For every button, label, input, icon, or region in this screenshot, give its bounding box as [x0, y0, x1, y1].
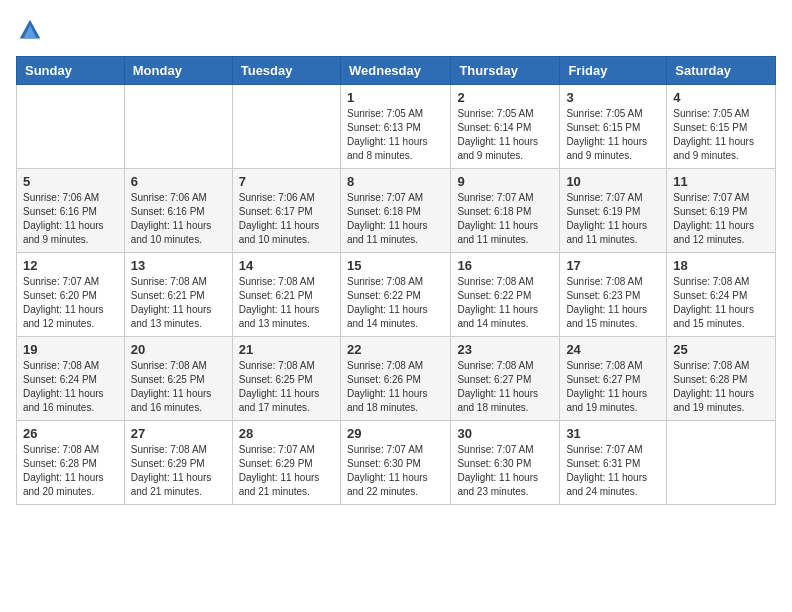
- day-info: Sunrise: 7:08 AM Sunset: 6:22 PM Dayligh…: [347, 275, 444, 331]
- day-info: Sunrise: 7:07 AM Sunset: 6:31 PM Dayligh…: [566, 443, 660, 499]
- day-number: 27: [131, 426, 226, 441]
- calendar-cell: [17, 85, 125, 169]
- day-number: 13: [131, 258, 226, 273]
- day-info: Sunrise: 7:07 AM Sunset: 6:19 PM Dayligh…: [566, 191, 660, 247]
- calendar-cell: [124, 85, 232, 169]
- day-number: 23: [457, 342, 553, 357]
- calendar-cell: 30Sunrise: 7:07 AM Sunset: 6:30 PM Dayli…: [451, 421, 560, 505]
- day-of-week-header: Tuesday: [232, 57, 340, 85]
- day-info: Sunrise: 7:08 AM Sunset: 6:25 PM Dayligh…: [239, 359, 334, 415]
- calendar-week-row: 19Sunrise: 7:08 AM Sunset: 6:24 PM Dayli…: [17, 337, 776, 421]
- day-info: Sunrise: 7:08 AM Sunset: 6:26 PM Dayligh…: [347, 359, 444, 415]
- calendar-cell: 3Sunrise: 7:05 AM Sunset: 6:15 PM Daylig…: [560, 85, 667, 169]
- day-info: Sunrise: 7:08 AM Sunset: 6:23 PM Dayligh…: [566, 275, 660, 331]
- day-info: Sunrise: 7:08 AM Sunset: 6:27 PM Dayligh…: [566, 359, 660, 415]
- day-number: 9: [457, 174, 553, 189]
- day-number: 6: [131, 174, 226, 189]
- day-of-week-header: Wednesday: [340, 57, 450, 85]
- day-number: 22: [347, 342, 444, 357]
- day-info: Sunrise: 7:05 AM Sunset: 6:15 PM Dayligh…: [566, 107, 660, 163]
- day-number: 31: [566, 426, 660, 441]
- calendar-cell: [232, 85, 340, 169]
- calendar-cell: 28Sunrise: 7:07 AM Sunset: 6:29 PM Dayli…: [232, 421, 340, 505]
- day-info: Sunrise: 7:07 AM Sunset: 6:18 PM Dayligh…: [457, 191, 553, 247]
- day-info: Sunrise: 7:08 AM Sunset: 6:21 PM Dayligh…: [239, 275, 334, 331]
- calendar-cell: 8Sunrise: 7:07 AM Sunset: 6:18 PM Daylig…: [340, 169, 450, 253]
- day-info: Sunrise: 7:08 AM Sunset: 6:24 PM Dayligh…: [23, 359, 118, 415]
- calendar-cell: 23Sunrise: 7:08 AM Sunset: 6:27 PM Dayli…: [451, 337, 560, 421]
- day-info: Sunrise: 7:07 AM Sunset: 6:19 PM Dayligh…: [673, 191, 769, 247]
- calendar-cell: 21Sunrise: 7:08 AM Sunset: 6:25 PM Dayli…: [232, 337, 340, 421]
- day-of-week-header: Thursday: [451, 57, 560, 85]
- day-number: 29: [347, 426, 444, 441]
- day-info: Sunrise: 7:08 AM Sunset: 6:24 PM Dayligh…: [673, 275, 769, 331]
- calendar-cell: 29Sunrise: 7:07 AM Sunset: 6:30 PM Dayli…: [340, 421, 450, 505]
- calendar-cell: 16Sunrise: 7:08 AM Sunset: 6:22 PM Dayli…: [451, 253, 560, 337]
- day-number: 3: [566, 90, 660, 105]
- day-number: 26: [23, 426, 118, 441]
- day-number: 16: [457, 258, 553, 273]
- calendar-cell: 17Sunrise: 7:08 AM Sunset: 6:23 PM Dayli…: [560, 253, 667, 337]
- calendar-cell: 9Sunrise: 7:07 AM Sunset: 6:18 PM Daylig…: [451, 169, 560, 253]
- calendar-week-row: 12Sunrise: 7:07 AM Sunset: 6:20 PM Dayli…: [17, 253, 776, 337]
- day-number: 1: [347, 90, 444, 105]
- day-number: 10: [566, 174, 660, 189]
- day-number: 30: [457, 426, 553, 441]
- calendar-cell: 1Sunrise: 7:05 AM Sunset: 6:13 PM Daylig…: [340, 85, 450, 169]
- calendar-cell: 15Sunrise: 7:08 AM Sunset: 6:22 PM Dayli…: [340, 253, 450, 337]
- day-info: Sunrise: 7:08 AM Sunset: 6:29 PM Dayligh…: [131, 443, 226, 499]
- calendar-cell: 13Sunrise: 7:08 AM Sunset: 6:21 PM Dayli…: [124, 253, 232, 337]
- calendar-cell: 22Sunrise: 7:08 AM Sunset: 6:26 PM Dayli…: [340, 337, 450, 421]
- day-number: 8: [347, 174, 444, 189]
- day-info: Sunrise: 7:08 AM Sunset: 6:28 PM Dayligh…: [23, 443, 118, 499]
- day-number: 7: [239, 174, 334, 189]
- day-number: 15: [347, 258, 444, 273]
- day-info: Sunrise: 7:05 AM Sunset: 6:13 PM Dayligh…: [347, 107, 444, 163]
- calendar-cell: 20Sunrise: 7:08 AM Sunset: 6:25 PM Dayli…: [124, 337, 232, 421]
- calendar-cell: 12Sunrise: 7:07 AM Sunset: 6:20 PM Dayli…: [17, 253, 125, 337]
- calendar-cell: 14Sunrise: 7:08 AM Sunset: 6:21 PM Dayli…: [232, 253, 340, 337]
- day-of-week-header: Monday: [124, 57, 232, 85]
- day-info: Sunrise: 7:08 AM Sunset: 6:25 PM Dayligh…: [131, 359, 226, 415]
- calendar-cell: 7Sunrise: 7:06 AM Sunset: 6:17 PM Daylig…: [232, 169, 340, 253]
- day-info: Sunrise: 7:07 AM Sunset: 6:20 PM Dayligh…: [23, 275, 118, 331]
- day-info: Sunrise: 7:05 AM Sunset: 6:15 PM Dayligh…: [673, 107, 769, 163]
- calendar-cell: 19Sunrise: 7:08 AM Sunset: 6:24 PM Dayli…: [17, 337, 125, 421]
- day-number: 18: [673, 258, 769, 273]
- logo-icon: [16, 16, 44, 44]
- calendar-table: SundayMondayTuesdayWednesdayThursdayFrid…: [16, 56, 776, 505]
- calendar-week-row: 26Sunrise: 7:08 AM Sunset: 6:28 PM Dayli…: [17, 421, 776, 505]
- day-info: Sunrise: 7:07 AM Sunset: 6:30 PM Dayligh…: [457, 443, 553, 499]
- calendar-cell: 27Sunrise: 7:08 AM Sunset: 6:29 PM Dayli…: [124, 421, 232, 505]
- calendar-cell: 4Sunrise: 7:05 AM Sunset: 6:15 PM Daylig…: [667, 85, 776, 169]
- day-number: 14: [239, 258, 334, 273]
- day-number: 4: [673, 90, 769, 105]
- day-info: Sunrise: 7:08 AM Sunset: 6:28 PM Dayligh…: [673, 359, 769, 415]
- day-info: Sunrise: 7:08 AM Sunset: 6:21 PM Dayligh…: [131, 275, 226, 331]
- logo: [16, 16, 48, 44]
- day-info: Sunrise: 7:05 AM Sunset: 6:14 PM Dayligh…: [457, 107, 553, 163]
- day-number: 25: [673, 342, 769, 357]
- calendar-cell: 18Sunrise: 7:08 AM Sunset: 6:24 PM Dayli…: [667, 253, 776, 337]
- calendar-cell: 26Sunrise: 7:08 AM Sunset: 6:28 PM Dayli…: [17, 421, 125, 505]
- day-number: 21: [239, 342, 334, 357]
- page-header: [16, 16, 776, 44]
- day-number: 19: [23, 342, 118, 357]
- calendar-cell: 10Sunrise: 7:07 AM Sunset: 6:19 PM Dayli…: [560, 169, 667, 253]
- day-number: 12: [23, 258, 118, 273]
- calendar-cell: 24Sunrise: 7:08 AM Sunset: 6:27 PM Dayli…: [560, 337, 667, 421]
- day-number: 24: [566, 342, 660, 357]
- day-info: Sunrise: 7:06 AM Sunset: 6:16 PM Dayligh…: [23, 191, 118, 247]
- day-info: Sunrise: 7:06 AM Sunset: 6:17 PM Dayligh…: [239, 191, 334, 247]
- day-info: Sunrise: 7:07 AM Sunset: 6:29 PM Dayligh…: [239, 443, 334, 499]
- calendar-week-row: 1Sunrise: 7:05 AM Sunset: 6:13 PM Daylig…: [17, 85, 776, 169]
- day-number: 5: [23, 174, 118, 189]
- day-info: Sunrise: 7:07 AM Sunset: 6:30 PM Dayligh…: [347, 443, 444, 499]
- calendar-cell: [667, 421, 776, 505]
- calendar-cell: 2Sunrise: 7:05 AM Sunset: 6:14 PM Daylig…: [451, 85, 560, 169]
- day-info: Sunrise: 7:06 AM Sunset: 6:16 PM Dayligh…: [131, 191, 226, 247]
- calendar-cell: 6Sunrise: 7:06 AM Sunset: 6:16 PM Daylig…: [124, 169, 232, 253]
- day-number: 2: [457, 90, 553, 105]
- day-number: 11: [673, 174, 769, 189]
- day-number: 17: [566, 258, 660, 273]
